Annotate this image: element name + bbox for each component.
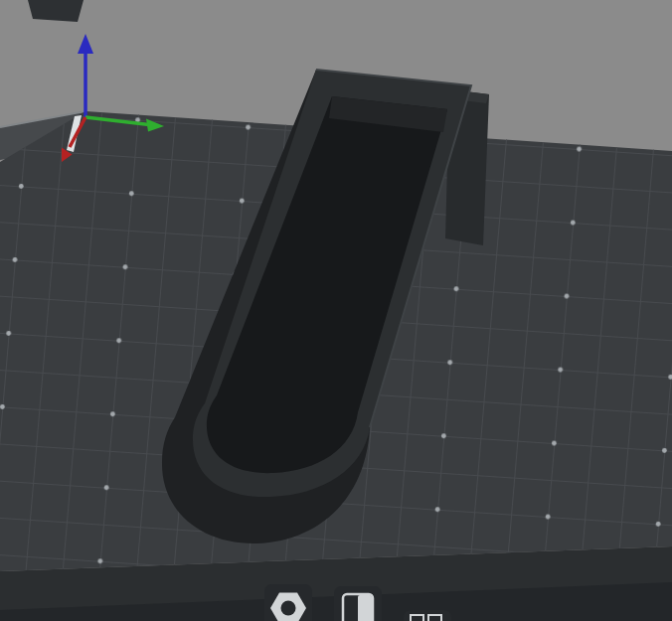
toolbar-button-split[interactable] [334,586,382,621]
viewport-canvas[interactable] [0,0,672,621]
hex-nut-hole [281,601,296,616]
toolbar-button-squares[interactable] [404,610,451,621]
split-square-fill [358,595,372,621]
slicer-3d-viewport[interactable] [0,0,672,621]
toolbar-button-nut[interactable] [264,584,312,621]
top-edge-notch [28,0,84,22]
